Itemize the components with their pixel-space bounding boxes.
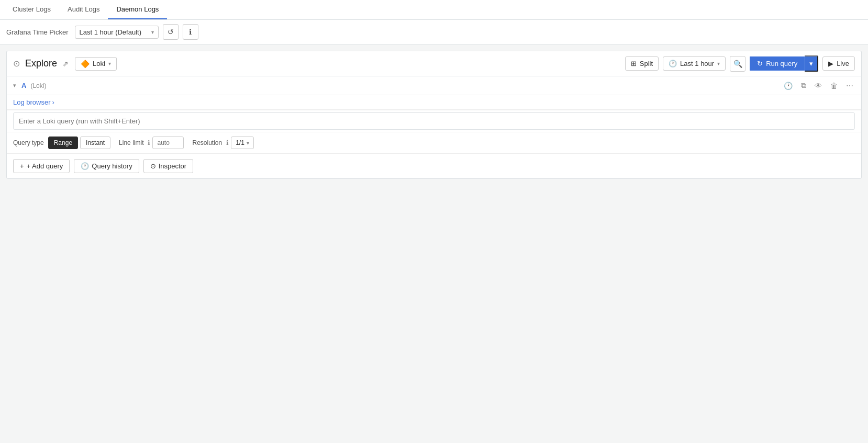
query-datasource-hint: (Loki)	[30, 82, 46, 89]
live-play-icon: ▶	[828, 60, 833, 67]
query-row-actions: 🕐 ⧉ 👁 🗑 ⋯	[781, 79, 856, 92]
collapse-button[interactable]: ▾	[12, 81, 17, 90]
tab-daemon-logs[interactable]: Daemon Logs	[108, 0, 167, 19]
query-timer-button[interactable]: 🕐	[781, 80, 795, 92]
resolution-select[interactable]: 1/1 ▾	[231, 137, 254, 149]
add-query-label: + Add query	[27, 162, 63, 170]
query-type-group: Query type Range Instant	[13, 137, 110, 149]
split-label: Split	[640, 60, 653, 67]
time-range-label: Last 1 hour	[680, 60, 714, 67]
explore-title-group: ⊙ Explore ⇗	[13, 58, 69, 69]
run-query-dropdown-icon: ▾	[809, 60, 813, 67]
resolution-label: Resolution	[192, 139, 222, 146]
query-input-area	[7, 110, 861, 132]
line-limit-info-icon: ℹ	[148, 139, 150, 146]
explore-area: ⊙ Explore ⇗ 🔶 Loki ▾ ⊞ Split 🕐 Last 1 ho…	[0, 44, 868, 427]
time-picker-select[interactable]: Last 1 hour (Default) ▾	[75, 26, 159, 39]
split-button[interactable]: ⊞ Split	[625, 56, 659, 71]
query-delete-button[interactable]: 🗑	[828, 80, 840, 92]
query-panel: ▾ A (Loki) 🕐 ⧉ 👁 🗑 ⋯ Log browser ›	[6, 76, 862, 179]
datasource-chevron-icon: ▾	[108, 61, 111, 66]
inspector-button[interactable]: ⊙ Inspector	[143, 159, 193, 173]
log-browser-row: Log browser ›	[7, 95, 861, 110]
datasource-name: Loki	[93, 60, 105, 67]
run-query-button[interactable]: ↻ Run query	[750, 56, 805, 71]
query-options-row: Query type Range Instant Line limit ℹ Re…	[7, 132, 861, 154]
run-query-label: Run query	[766, 60, 797, 67]
clock-icon: 🕐	[669, 60, 677, 67]
zoom-out-button[interactable]: 🔍	[730, 56, 745, 72]
time-picker-chevron-icon: ▾	[151, 29, 154, 35]
query-copy-button[interactable]: ⧉	[798, 79, 809, 92]
line-limit-label: Line limit	[119, 139, 143, 146]
time-range-button[interactable]: 🕐 Last 1 hour ▾	[663, 56, 726, 71]
instant-button[interactable]: Instant	[80, 137, 110, 149]
resolution-chevron-icon: ▾	[247, 140, 249, 146]
query-type-label: Query type	[13, 139, 44, 146]
range-button[interactable]: Range	[48, 137, 78, 149]
run-query-dropdown-button[interactable]: ▾	[805, 55, 818, 72]
query-bottom-actions: + + Add query 🕐 Query history ⊙ Inspecto…	[7, 154, 861, 178]
line-limit-group: Line limit ℹ	[119, 137, 184, 149]
line-limit-input[interactable]	[152, 137, 184, 149]
tab-bar: Cluster Logs Audit Logs Daemon Logs	[0, 0, 868, 20]
resolution-value: 1/1	[236, 139, 244, 146]
explore-actions: ⊞ Split 🕐 Last 1 hour ▾ 🔍 ↻ Run query ▾	[625, 55, 855, 72]
query-history-clock-icon: 🕐	[81, 162, 89, 170]
time-picker-value: Last 1 hour (Default)	[80, 28, 142, 36]
empty-results-area	[6, 185, 862, 421]
query-letter: A	[21, 82, 26, 89]
refresh-button[interactable]: ↺	[163, 24, 179, 40]
log-browser-button[interactable]: Log browser ›	[7, 95, 861, 110]
log-browser-label: Log browser	[13, 98, 51, 106]
time-range-chevron-icon: ▾	[717, 61, 720, 66]
run-query-group: ↻ Run query ▾	[750, 55, 818, 72]
inspector-circle-icon: ⊙	[150, 162, 156, 170]
explore-header: ⊙ Explore ⇗ 🔶 Loki ▾ ⊞ Split 🕐 Last 1 ho…	[6, 51, 862, 76]
tab-cluster-logs[interactable]: Cluster Logs	[4, 0, 59, 19]
datasource-picker[interactable]: 🔶 Loki ▾	[75, 57, 117, 71]
query-eye-button[interactable]: 👁	[812, 80, 825, 92]
explore-title: Explore	[25, 58, 57, 69]
live-label: Live	[837, 60, 849, 67]
loki-icon: 🔶	[81, 60, 90, 68]
query-history-label: Query history	[92, 162, 132, 170]
explore-compass-icon: ⊙	[13, 59, 20, 69]
query-row-header: ▾ A (Loki) 🕐 ⧉ 👁 🗑 ⋯	[7, 76, 861, 95]
time-picker-label: Grafana Time Picker	[6, 28, 69, 36]
live-button[interactable]: ▶ Live	[822, 56, 855, 71]
zoom-icon: 🔍	[733, 60, 742, 68]
collapse-icon: ▾	[13, 82, 16, 88]
inspector-label: Inspector	[159, 162, 186, 170]
add-query-plus-icon: +	[20, 162, 24, 170]
info-button[interactable]: ℹ	[183, 24, 198, 40]
resolution-group: Resolution ℹ 1/1 ▾	[192, 137, 253, 149]
add-query-button[interactable]: + + Add query	[13, 159, 70, 173]
query-history-button[interactable]: 🕐 Query history	[74, 159, 139, 173]
query-input[interactable]	[13, 112, 855, 130]
share-icon[interactable]: ⇗	[62, 60, 69, 68]
run-query-play-icon: ↻	[757, 60, 763, 67]
resolution-info-icon: ℹ	[226, 139, 229, 146]
time-picker-bar: Grafana Time Picker Last 1 hour (Default…	[0, 20, 868, 44]
log-browser-chevron-icon: ›	[52, 98, 54, 106]
query-more-button[interactable]: ⋯	[843, 80, 856, 92]
split-icon: ⊞	[631, 60, 637, 67]
tab-audit-logs[interactable]: Audit Logs	[59, 0, 108, 19]
